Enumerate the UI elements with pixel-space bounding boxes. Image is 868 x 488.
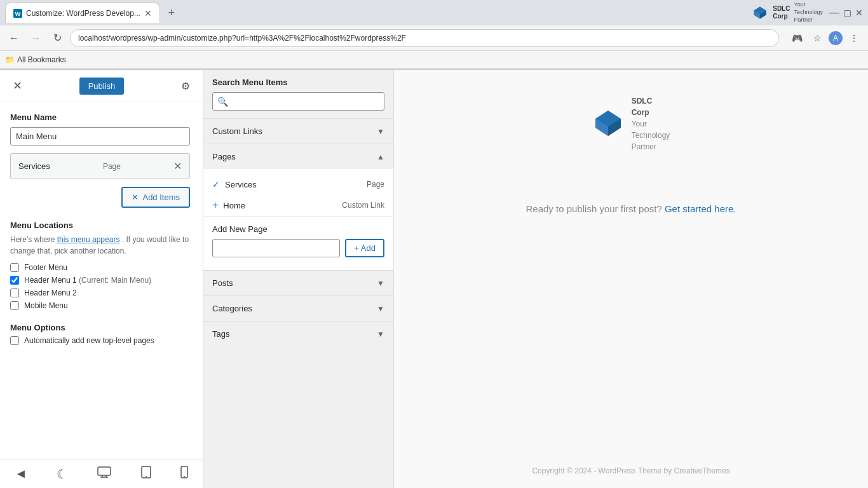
close-customizer-button[interactable]: ✕ bbox=[10, 76, 25, 95]
svg-rect-6 bbox=[98, 467, 111, 475]
pages-arrow: ▲ bbox=[377, 152, 384, 161]
search-menu-items-input[interactable] bbox=[212, 92, 384, 111]
page-item-services[interactable]: ✓ Services Page bbox=[203, 174, 393, 194]
svg-point-11 bbox=[146, 476, 147, 477]
maximize-button[interactable]: ▢ bbox=[843, 8, 851, 18]
services-page-label: Services bbox=[225, 180, 362, 189]
dark-mode-icon: ☾ bbox=[57, 466, 68, 482]
menu-options-title: Menu Options bbox=[10, 323, 190, 332]
footer-menu-checkbox[interactable] bbox=[10, 263, 19, 272]
categories-section: Categories ▼ bbox=[203, 295, 393, 321]
custom-links-arrow: ▼ bbox=[377, 127, 384, 136]
services-page-type: Page bbox=[367, 180, 384, 189]
add-page-button[interactable]: + Add bbox=[345, 239, 384, 257]
add-new-page-input[interactable] bbox=[212, 239, 340, 257]
home-page-label: Home bbox=[223, 201, 337, 210]
footer-menu-label: Footer Menu bbox=[24, 263, 67, 272]
tablet-view-button[interactable] bbox=[141, 466, 151, 482]
add-menu-items-panel: Search Menu Items 🔍 Custom Links ▼ Pages… bbox=[203, 70, 394, 488]
custom-links-accordion-header[interactable]: Custom Links ▼ bbox=[203, 119, 393, 144]
tab-title: Customize: WordPress Develop... bbox=[26, 9, 140, 18]
add-items-button[interactable]: ✕ Add Items bbox=[121, 187, 190, 208]
profile-button[interactable]: A bbox=[829, 31, 843, 45]
sidebar-content: Menu Name Services Page ✕ ✕ Add Items Me… bbox=[0, 102, 203, 459]
search-input-wrap: 🔍 bbox=[212, 92, 384, 111]
new-tab-button[interactable]: + bbox=[163, 4, 180, 22]
back-button[interactable]: ← bbox=[5, 29, 23, 47]
posts-section: Posts ▼ bbox=[203, 270, 393, 295]
search-menu-items-title: Search Menu Items bbox=[212, 78, 384, 87]
header-menu-1-checkbox[interactable] bbox=[10, 276, 19, 285]
desktop-view-button[interactable] bbox=[97, 466, 111, 481]
header-menu-1-label: Header Menu 1 (Current: Main Menu) bbox=[24, 276, 151, 285]
auto-add-pages-row: Automatically add new top-level pages bbox=[10, 336, 190, 345]
mobile-menu-checkbox-row: Mobile Menu bbox=[10, 301, 190, 310]
address-bar[interactable]: localhost/wordpress/wp-admin/customize.p… bbox=[70, 29, 779, 47]
tags-section: Tags ▼ bbox=[203, 321, 393, 346]
forward-button[interactable]: → bbox=[27, 29, 44, 47]
pages-section: Pages ▲ ✓ Services Page + Home Custom Li… bbox=[203, 144, 393, 270]
copyright-text: Copyright © 2024 - WordPress Theme by Cr… bbox=[532, 466, 729, 475]
posts-label: Posts bbox=[212, 278, 233, 288]
menu-name-input[interactable] bbox=[10, 127, 190, 146]
site-preview: SDLC Corp Your Technology Partner Ready … bbox=[394, 70, 868, 488]
customizer-sidebar: ✕ Publish ⚙ Menu Name Services Page ✕ ✕ … bbox=[0, 70, 203, 488]
tags-label: Tags bbox=[212, 329, 229, 339]
preview-content: SDLC Corp Your Technology Partner Ready … bbox=[394, 70, 868, 454]
star-bookmark-button[interactable]: ☆ bbox=[808, 29, 826, 47]
reload-button[interactable]: ↻ bbox=[48, 29, 66, 47]
add-items-icon: ✕ bbox=[132, 193, 139, 202]
add-new-page-title: Add New Page bbox=[212, 224, 384, 234]
pages-accordion-header[interactable]: Pages ▲ bbox=[203, 144, 393, 169]
custom-links-label: Custom Links bbox=[212, 126, 262, 136]
preview-logo: SDLC Corp Your Technology Partner bbox=[592, 95, 670, 152]
auto-add-pages-checkbox[interactable] bbox=[10, 336, 19, 345]
active-tab[interactable]: W Customize: WordPress Develop... ✕ bbox=[5, 3, 160, 23]
add-items-label: Add Items bbox=[142, 193, 180, 202]
add-new-page-section: Add New Page + Add bbox=[203, 216, 393, 265]
home-page-type: Custom Link bbox=[342, 201, 384, 210]
pages-accordion-content: ✓ Services Page + Home Custom Link Add N… bbox=[203, 169, 393, 270]
window-close-button[interactable]: ✕ bbox=[855, 8, 863, 18]
sidebar-header: ✕ Publish ⚙ bbox=[0, 70, 203, 102]
menu-item-services-type: Page bbox=[103, 162, 121, 171]
posts-arrow: ▼ bbox=[377, 279, 384, 288]
custom-links-section: Custom Links ▼ bbox=[203, 118, 393, 144]
url-text: localhost/wordpress/wp-admin/customize.p… bbox=[78, 34, 406, 43]
mobile-view-button[interactable] bbox=[180, 466, 188, 482]
tab-close-button[interactable]: ✕ bbox=[144, 8, 152, 18]
game-controller-extension[interactable]: 🎮 bbox=[788, 29, 806, 47]
svg-text:W: W bbox=[15, 11, 21, 17]
minimize-button[interactable]: — bbox=[829, 7, 839, 18]
more-options-button[interactable]: ⋮ bbox=[845, 29, 863, 47]
dark-mode-button[interactable]: ☾ bbox=[57, 466, 68, 482]
preview-logo-icon bbox=[592, 107, 624, 141]
posts-accordion-header[interactable]: Posts ▼ bbox=[203, 271, 393, 295]
header-menu-1-checkbox-row: Header Menu 1 (Current: Main Menu) bbox=[10, 276, 190, 285]
categories-label: Categories bbox=[212, 304, 252, 313]
sdlc-brand-text: SDLC Corp bbox=[773, 5, 790, 20]
menu-locations-title: Menu Locations bbox=[10, 220, 190, 230]
header-menu-2-checkbox[interactable] bbox=[10, 288, 19, 297]
tab-bar: W Customize: WordPress Develop... ✕ + SD… bbox=[0, 0, 868, 25]
preview-footer: Copyright © 2024 - WordPress Theme by Cr… bbox=[394, 454, 868, 488]
tags-arrow: ▼ bbox=[377, 330, 384, 339]
tablet-view-icon bbox=[141, 466, 151, 482]
remove-menu-item-button[interactable]: ✕ bbox=[173, 160, 182, 172]
customizer-settings-button[interactable]: ⚙ bbox=[179, 78, 193, 95]
tags-accordion-header[interactable]: Tags ▼ bbox=[203, 322, 393, 346]
back-panel-button[interactable]: ◄ bbox=[15, 466, 27, 481]
categories-accordion-header[interactable]: Categories ▼ bbox=[203, 296, 393, 321]
sdlc-extension-icon[interactable] bbox=[751, 4, 769, 22]
publish-button[interactable]: Publish bbox=[79, 78, 125, 95]
navigation-bar: ← → ↻ localhost/wordpress/wp-admin/custo… bbox=[0, 25, 868, 51]
bookmarks-label[interactable]: All Bookmarks bbox=[17, 55, 66, 64]
this-menu-appears-link[interactable]: this menu appears bbox=[57, 235, 120, 244]
header-menu-2-label: Header Menu 2 bbox=[24, 288, 77, 297]
menu-name-label: Menu Name bbox=[10, 112, 190, 122]
page-item-home[interactable]: + Home Custom Link bbox=[203, 194, 393, 216]
get-started-link[interactable]: Get started here. bbox=[665, 203, 736, 214]
mobile-menu-checkbox[interactable] bbox=[10, 301, 19, 310]
tab-favicon: W bbox=[13, 9, 22, 18]
menu-item-services[interactable]: Services Page ✕ bbox=[10, 153, 190, 179]
